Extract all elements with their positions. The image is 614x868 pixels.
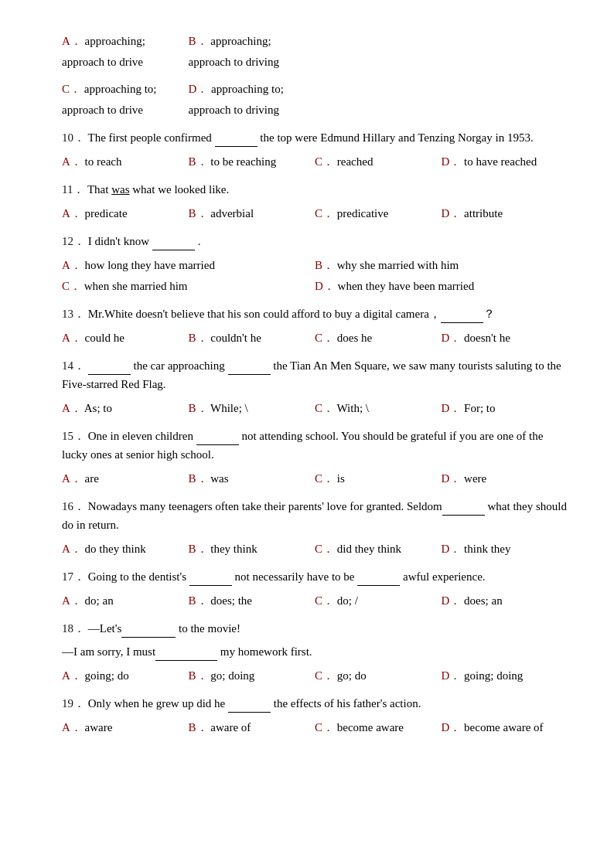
option-a: A． approaching; approach to drive: [62, 31, 189, 73]
q18-option-d: D． going; doing: [442, 665, 568, 686]
q13-blank: [441, 311, 483, 323]
q16-option-c: C． did they think: [315, 539, 442, 560]
q17-option-a: A． do; an: [62, 591, 189, 611]
q17-option-d: D． does; an: [442, 591, 568, 611]
q14-blank1: [88, 363, 131, 375]
q18-option-b: B． go; doing: [189, 665, 316, 686]
q12-option-d: D． when they have been married: [315, 276, 568, 297]
option-label-c: C．: [62, 83, 81, 95]
question-18-line2: —I am sorry, I must my homework first.: [62, 642, 568, 661]
option-b: B． approaching; approach to driving: [189, 31, 316, 73]
options-row-2: C． approaching to; approach to drive D． …: [62, 79, 568, 121]
q14-option-c: C． With; \: [315, 398, 442, 419]
exam-content: A． approaching; approach to drive B． app…: [62, 31, 568, 738]
q14-option-b: B． While; \: [189, 398, 316, 419]
q10-blank: [215, 135, 258, 147]
q10-body: The first people confirmed the top were …: [87, 131, 533, 144]
options-row: A． approaching; approach to drive B． app…: [62, 31, 568, 73]
q11-options: A． predicate B． adverbial C． predicative…: [62, 203, 568, 224]
question-12: 12． I didn't know . A． how long they hav…: [62, 232, 568, 297]
question-13: 13． Mr.White doesn't believe that his so…: [62, 305, 568, 349]
q19-option-c: C． become aware: [315, 717, 442, 738]
q15-blank: [196, 434, 239, 445]
option-label-d: D．: [189, 83, 209, 95]
q12-option-a: A． how long they have married: [62, 255, 315, 276]
question-16-text: 16． Nowadays many teenagers often take t…: [62, 497, 568, 534]
question-16: 16． Nowadays many teenagers often take t…: [62, 497, 568, 560]
q17-blank2: [357, 574, 400, 586]
q19-option-a: A． aware: [62, 717, 189, 738]
q17-option-c: C． do; /: [315, 591, 442, 611]
q15-option-d: D． were: [442, 468, 568, 489]
question-18-line1: 18． —Let's to the movie!: [62, 619, 568, 638]
q18-option-a: A． going; do: [62, 665, 189, 686]
q16-option-b: B． they think: [189, 539, 316, 560]
q11-underline: was: [111, 183, 129, 196]
question-19-text: 19． Only when he grew up did he the effe…: [62, 694, 568, 713]
q13-options: A． could he B． couldn't he C． does he D．…: [62, 328, 568, 349]
q17-blank1: [189, 574, 232, 586]
question-17: 17． Going to the dentist's not necessari…: [62, 567, 568, 611]
q16-option-a: A． do they think: [62, 539, 189, 560]
q15-option-b: B． was: [189, 468, 316, 489]
q11-option-a: A． predicate: [62, 203, 189, 224]
question-13-text: 13． Mr.White doesn't believe that his so…: [62, 305, 568, 323]
q18-blank2: [155, 649, 217, 661]
question-17-text: 17． Going to the dentist's not necessari…: [62, 567, 568, 586]
question-15: 15． One in eleven children not attending…: [62, 427, 568, 489]
q15-option-c: C． is: [315, 468, 442, 489]
q19-option-d: D． become aware of: [442, 717, 568, 738]
q13-option-c: C． does he: [315, 328, 442, 349]
q14-options: A． As; to B． While; \ C． With; \ D． For;…: [62, 398, 568, 419]
q12-blank: [152, 239, 195, 250]
q12-option-c: C． when she married him: [62, 276, 315, 297]
q16-options: A． do they think B． they think C． did th…: [62, 539, 568, 560]
q13-option-a: A． could he: [62, 328, 189, 349]
q19-blank: [228, 701, 271, 713]
q14-option-d: D． For; to: [442, 398, 568, 419]
q10-number: 10．: [62, 131, 85, 144]
option-d: D． approaching to; approach to driving: [189, 79, 316, 121]
q10-option-d: D． to have reached: [442, 151, 568, 172]
q15-option-a: A． are: [62, 468, 189, 489]
q18-options: A． going; do B． go; doing C． go; do D． g…: [62, 665, 568, 686]
q10-option-a: A． to reach: [62, 151, 189, 172]
question-10: 10． The first people confirmed the top w…: [62, 128, 568, 172]
q16-option-d: D． think they: [442, 539, 568, 560]
q11-option-d: D． attribute: [442, 203, 568, 224]
question-14: 14． the car approaching the Tian An Men …: [62, 356, 568, 419]
q10-option-b: B． to be reaching: [189, 151, 316, 172]
question-12-text: 12． I didn't know .: [62, 232, 568, 250]
q19-options: A． aware B． aware of C． become aware D． …: [62, 717, 568, 738]
q13-option-b: B． couldn't he: [189, 328, 316, 349]
question-11: 11． That was what we looked like. A． pre…: [62, 180, 568, 224]
q11-option-b: B． adverbial: [189, 203, 316, 224]
question-10-text: 10． The first people confirmed the top w…: [62, 128, 568, 147]
q13-option-d: D． doesn't he: [442, 328, 568, 349]
question-18: 18． —Let's to the movie! —I am sorry, I …: [62, 619, 568, 686]
q11-option-c: C． predicative: [315, 203, 442, 224]
q10-option-c: C． reached: [315, 151, 442, 172]
q17-option-b: B． does; the: [189, 591, 316, 611]
question-14-text: 14． the car approaching the Tian An Men …: [62, 356, 568, 393]
question-9-options: A． approaching; approach to drive B． app…: [62, 31, 568, 121]
q14-option-a: A． As; to: [62, 398, 189, 419]
q18-option-c: C． go; do: [315, 665, 442, 686]
q14-blank2: [228, 363, 271, 375]
option-label-b: B．: [189, 35, 208, 47]
question-19: 19． Only when he grew up did he the effe…: [62, 694, 568, 738]
question-11-text: 11． That was what we looked like.: [62, 180, 568, 199]
q10-options: A． to reach B． to be reaching C． reached…: [62, 151, 568, 172]
q15-options: A． are B． was C． is D． were: [62, 468, 568, 489]
option-c: C． approaching to; approach to drive: [62, 79, 189, 121]
question-15-text: 15． One in eleven children not attending…: [62, 427, 568, 464]
q19-option-b: B． aware of: [189, 717, 316, 738]
q18-blank1: [121, 626, 176, 638]
q12-option-b: B． why she married with him: [315, 255, 568, 276]
option-label-a: A．: [62, 35, 82, 47]
q12-options: A． how long they have married B． why she…: [62, 255, 568, 297]
q16-blank: [442, 504, 485, 516]
q17-options: A． do; an B． does; the C． do; / D． does;…: [62, 591, 568, 611]
